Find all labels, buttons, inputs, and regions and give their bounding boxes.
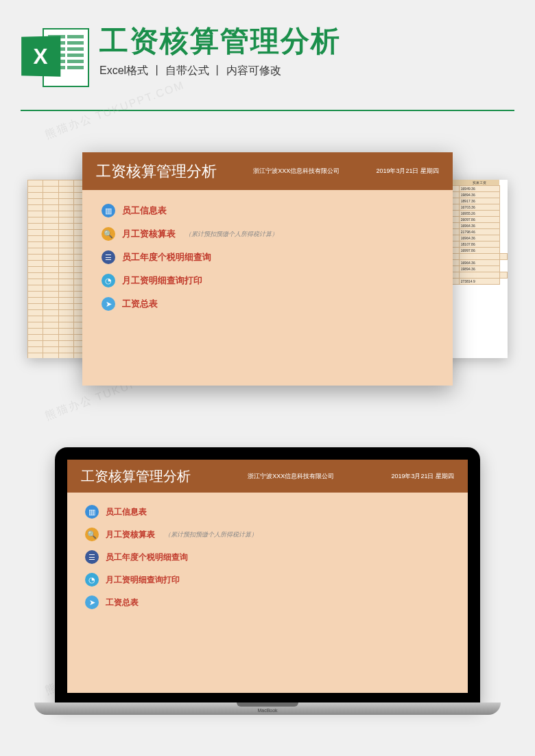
send-icon: ➤ — [85, 595, 99, 609]
main-preview-card: 工资核算管理分析 浙江宁波XXX信息科技有限公司 2019年3月21日 星期四 … — [82, 152, 453, 386]
page-title: 工资核算管理分析 — [99, 24, 514, 58]
card-header: 工资核算管理分析 浙江宁波XXX信息科技有限公司 2019年3月21日 星期四 — [67, 460, 468, 493]
menu-label: 员工年度个税明细查询 — [106, 552, 188, 563]
menu-item-employee-info[interactable]: ▥ 员工信息表 — [102, 204, 433, 217]
card-title: 工资核算管理分析 — [96, 161, 217, 182]
menu-item-detail-print[interactable]: ◔ 月工资明细查询打印 — [102, 274, 433, 287]
menu-item-salary-summary[interactable]: ➤ 工资总表 — [102, 297, 433, 311]
laptop-brand-label: MacBook — [257, 708, 277, 713]
menu-item-salary-summary[interactable]: ➤ 工资总表 — [85, 595, 450, 609]
preview-stack: 合计月薪预扣个税实发工资 14574.44262.8616949.3613724… — [0, 139, 535, 399]
card-date: 2019年3月21日 星期四 — [376, 167, 439, 176]
laptop-screen: 工资核算管理分析 浙江宁波XXX信息科技有限公司 2019年3月21日 星期四 … — [67, 460, 468, 693]
bar-chart-icon: ▥ — [102, 204, 115, 217]
page-subtitle: Excel格式 丨 自带公式 丨 内容可修改 — [99, 64, 514, 78]
list-icon: ☰ — [102, 250, 115, 264]
clock-icon: ◔ — [85, 573, 99, 587]
header-divider — [21, 110, 514, 111]
card-menu: ▥ 员工信息表 🔍 月工资核算表 （累计预扣预缴个人所得税计算） ☰ 员工年度个… — [82, 190, 453, 324]
menu-label: 月工资明细查询打印 — [106, 574, 180, 586]
subtitle-part: 内容可修改 — [226, 64, 281, 76]
menu-label: 工资总表 — [106, 597, 139, 609]
card-company: 浙江宁波XXX信息科技有限公司 — [204, 472, 377, 481]
clock-icon: ◔ — [102, 274, 115, 287]
search-icon: 🔍 — [85, 528, 99, 541]
card-company: 浙江宁波XXX信息科技有限公司 — [230, 167, 362, 176]
excel-icon: X — [21, 24, 89, 93]
menu-item-monthly-salary[interactable]: 🔍 月工资核算表 （累计预扣预缴个人所得税计算） — [102, 227, 433, 241]
menu-label: 员工年度个税明细查询 — [122, 251, 211, 263]
menu-item-annual-tax[interactable]: ☰ 员工年度个税明细查询 — [102, 250, 433, 264]
menu-note: （累计预扣预缴个人所得税计算） — [165, 530, 257, 539]
menu-item-employee-info[interactable]: ▥ 员工信息表 — [85, 505, 450, 519]
menu-item-monthly-salary[interactable]: 🔍 月工资核算表 （累计预扣预缴个人所得税计算） — [85, 528, 450, 541]
menu-label: 工资总表 — [122, 298, 158, 310]
menu-item-detail-print[interactable]: ◔ 月工资明细查询打印 — [85, 573, 450, 587]
card-header: 工资核算管理分析 浙江宁波XXX信息科技有限公司 2019年3月21日 星期四 — [82, 152, 453, 190]
menu-note: （累计预扣预缴个人所得税计算） — [185, 230, 278, 239]
bar-chart-icon: ▥ — [85, 505, 99, 519]
subtitle-part: 自带公式 — [165, 64, 209, 76]
card-menu: ▥ 员工信息表 🔍 月工资核算表 （累计预扣预缴个人所得税计算） ☰ 员工年度个… — [67, 493, 468, 622]
menu-label: 员工信息表 — [106, 506, 147, 518]
search-icon: 🔍 — [102, 227, 115, 241]
laptop-base: MacBook — [34, 702, 501, 715]
laptop-notch — [237, 702, 298, 707]
excel-x-badge: X — [21, 36, 60, 76]
laptop-mockup: 工资核算管理分析 浙江宁波XXX信息科技有限公司 2019年3月21日 星期四 … — [0, 447, 535, 715]
menu-item-annual-tax[interactable]: ☰ 员工年度个税明细查询 — [85, 550, 450, 564]
menu-label: 月工资明细查询打印 — [122, 274, 202, 287]
subtitle-part: Excel格式 — [99, 64, 148, 76]
menu-label: 月工资核算表 — [106, 529, 155, 541]
menu-label: 员工信息表 — [122, 204, 167, 217]
laptop-bezel: 工资核算管理分析 浙江宁波XXX信息科技有限公司 2019年3月21日 星期四 … — [55, 447, 480, 702]
menu-label: 月工资核算表 — [122, 228, 176, 240]
send-icon: ➤ — [102, 297, 115, 311]
card-date: 2019年3月21日 星期四 — [391, 472, 454, 481]
list-icon: ☰ — [85, 550, 99, 564]
card-title: 工资核算管理分析 — [81, 467, 191, 486]
template-header: X 工资核算管理分析 Excel格式 丨 自带公式 丨 内容可修改 — [0, 0, 535, 106]
